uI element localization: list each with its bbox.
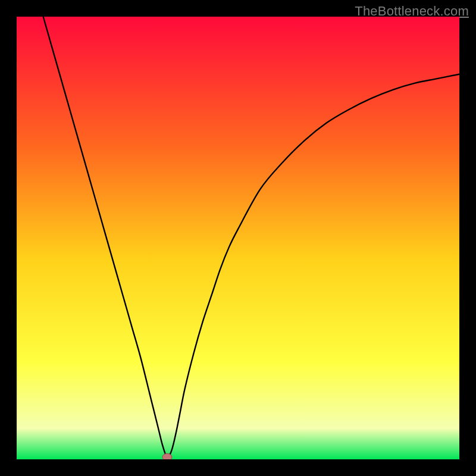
plot-svg [17, 17, 459, 459]
minimum-marker [162, 453, 172, 459]
gradient-background [17, 17, 459, 459]
plot-area [17, 17, 459, 459]
chart-frame: TheBottleneck.com [0, 0, 476, 476]
